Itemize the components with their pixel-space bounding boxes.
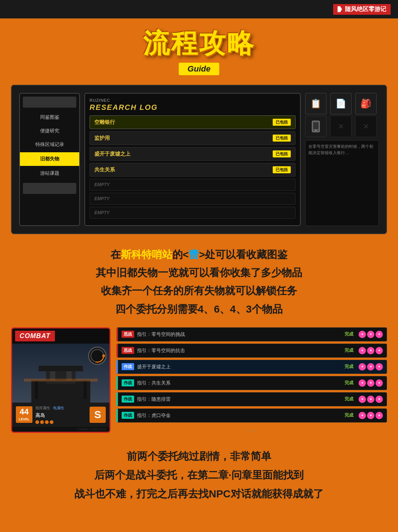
dot-2 [40, 420, 44, 424]
chevron-down-icon[interactable]: ⌄ [116, 425, 387, 436]
mission-complete-3: 完成 [345, 380, 353, 386]
dot-3 [45, 420, 49, 424]
card-attr-type: 电属性 [53, 406, 64, 410]
highlight-scout: 斯科特哨站 [121, 249, 172, 260]
top-bar: 随风绝区零游记 [0, 0, 398, 18]
star-2-2: ✦ [376, 363, 383, 371]
info-line-2: 收集齐一个任务的所有失物就可以解锁任务 [15, 284, 383, 298]
bottom-line-1: 后两个是战斗委托，在第二章·问章里面能找到 [15, 468, 383, 482]
quest-badge-1: 已包括 [273, 135, 291, 142]
brand-name: 随风绝区零游记 [345, 6, 386, 13]
mission-tag-5: 作战 [122, 412, 134, 419]
quest-row-0[interactable]: 空雕银行 已包括 [90, 115, 296, 129]
item-slot-4 [330, 116, 352, 137]
item-slot-0: 📋 [305, 93, 327, 114]
info-line-1: 其中旧都失物一览就可以看你收集了多少物品 [15, 265, 383, 280]
star-1-2: ✦ [376, 347, 383, 354]
svg-rect-5 [39, 366, 83, 371]
item-slot-2: 🎒 [355, 93, 377, 114]
brand-tag: 随风绝区零游记 [333, 4, 391, 15]
phone-icon [308, 119, 323, 134]
main-panel: 同鉴图鉴 便捷研究 特殊区域记录 旧都失物 游站课题 RUZINEC RESEA… [11, 85, 387, 234]
mission-name-1: 指引：零号空间的抗击 [137, 347, 342, 354]
item-slot-5 [355, 116, 377, 137]
mission-complete-2: 完成 [345, 364, 353, 370]
star-1-0: ✦ [359, 347, 366, 354]
mission-name-3: 指引：共生关系 [137, 380, 342, 386]
svg-point-2 [315, 130, 317, 131]
info-line-3: 四个委托分别需要4、6、4、3个物品 [15, 302, 383, 316]
mission-tag-1: 恶战 [122, 347, 134, 354]
mission-stars-4: ✦ ✦ ✦ [359, 396, 383, 403]
sidebar-item-1[interactable]: 便捷研究 [20, 124, 79, 138]
sidebar-item-4[interactable]: 游站课题 [20, 167, 79, 180]
star-3-2: ✦ [376, 379, 383, 387]
quest-row-1[interactable]: 监护用 已包括 [90, 131, 296, 145]
combat-label: COMBAT [15, 331, 55, 341]
subtitle-badge: Guide [179, 63, 219, 75]
research-log-title: RESEARCH LOG [90, 103, 296, 112]
main-title: 流程攻略 [0, 26, 398, 61]
mission-row-4[interactable]: 作战 指引：随患排雷 完成 ✦ ✦ ✦ [116, 392, 387, 406]
mission-row-1[interactable]: 恶战 指引：零号空间的抗击 完成 ✦ ✦ ✦ [116, 344, 387, 358]
quest-badge-3: 已包括 [273, 166, 291, 173]
quest-row-6: EMPTY [90, 207, 296, 219]
level-text: LEVEL [19, 417, 29, 421]
mission-row-2[interactable]: 作战 盛开于废墟之上 完成 ✦ ✦ ✦ [116, 360, 387, 374]
quest-empty-5: EMPTY [94, 196, 109, 201]
star-3-1: ✦ [367, 379, 374, 387]
quest-name-2: 盛开于废墟之上 [94, 151, 130, 157]
research-panel: 同鉴图鉴 便捷研究 特殊区域记录 旧都失物 游站课题 RUZINEC RESEA… [19, 93, 379, 226]
star-0-0: ✦ [359, 331, 366, 338]
mission-name-2: 盛开于废墟之上 [137, 364, 342, 370]
items-grid: 📋 📄 🎒 [305, 93, 379, 137]
svg-rect-1 [313, 122, 318, 129]
mission-list: 恶战 指引：零号空间的挑战 完成 ✦ ✦ ✦ 恶战 指引：零号空间的抗击 完成 … [116, 327, 387, 436]
gauge-svg [89, 347, 105, 364]
card-score: S [90, 407, 106, 423]
star-0-2: ✦ [376, 331, 383, 338]
info-line-0: 在斯科特哨站的<蕾>处可以看收藏图鉴 [15, 247, 383, 262]
quest-row-3[interactable]: 共生关系 已包括 [90, 163, 296, 177]
star-2-1: ✦ [367, 363, 374, 371]
sidebar-item-2[interactable]: 特殊区域记录 [20, 138, 79, 152]
mission-row-5[interactable]: 作战 指引：虎口夺金 完成 ✦ ✦ ✦ [116, 408, 387, 423]
card-dots [35, 420, 87, 424]
quest-name-0: 空雕银行 [94, 119, 115, 126]
star-4-2: ✦ [376, 396, 383, 403]
card-character-name: 高岛 [35, 412, 87, 419]
star-4-1: ✦ [367, 396, 374, 403]
mission-tag-3: 作战 [122, 379, 134, 386]
mission-stars-3: ✦ ✦ ✦ [359, 379, 383, 387]
mission-tag-4: 作战 [122, 396, 134, 403]
svg-rect-10 [24, 379, 98, 382]
mission-name-5: 指引：虎口夺金 [137, 412, 342, 419]
bottom-section: 前两个委托纯过剧情，非常简单 后两个是战斗委托，在第二章·问章里面能找到 战斗也… [0, 442, 398, 517]
dot-1 [35, 420, 39, 424]
card-barcode: COMBAT CARD 2024 [12, 427, 109, 432]
mission-complete-5: 完成 [345, 412, 353, 418]
star-0-1: ✦ [367, 331, 374, 338]
combat-card: COMBAT [11, 327, 111, 433]
mission-row-3[interactable]: 作战 指引：共生关系 完成 ✦ ✦ ✦ [116, 376, 387, 390]
svg-rect-8 [35, 380, 38, 399]
combat-section: COMBAT [11, 327, 387, 436]
mission-tag-0: 恶战 [122, 331, 134, 338]
mission-name-4: 指引：随患排雷 [137, 396, 342, 403]
mission-stars-0: ✦ ✦ ✦ [359, 331, 383, 338]
mission-tag-2: 作战 [122, 363, 134, 370]
sidebar-footer-bar [23, 183, 76, 194]
star-5-2: ✦ [376, 412, 383, 419]
level-number: 44 [19, 408, 29, 416]
star-1-1: ✦ [367, 347, 374, 354]
quest-row-2[interactable]: 盛开于废墟之上 已包括 [90, 147, 296, 161]
sidebar-item-3-active[interactable]: 旧都失物 [20, 152, 79, 166]
quest-empty-6: EMPTY [94, 210, 109, 215]
mission-stars-2: ✦ ✦ ✦ [359, 363, 383, 371]
mission-row-0[interactable]: 恶战 指引：零号空间的挑战 完成 ✦ ✦ ✦ [116, 327, 387, 341]
quest-row-5: EMPTY [90, 193, 296, 205]
sidebar-item-0[interactable]: 同鉴图鉴 [20, 111, 79, 124]
combat-footer: 44 LEVEL 指挥属性 电属性 高岛 S [12, 403, 109, 427]
quest-badge-0: 已包括 [273, 119, 291, 126]
mission-stars-1: ✦ ✦ ✦ [359, 347, 383, 354]
